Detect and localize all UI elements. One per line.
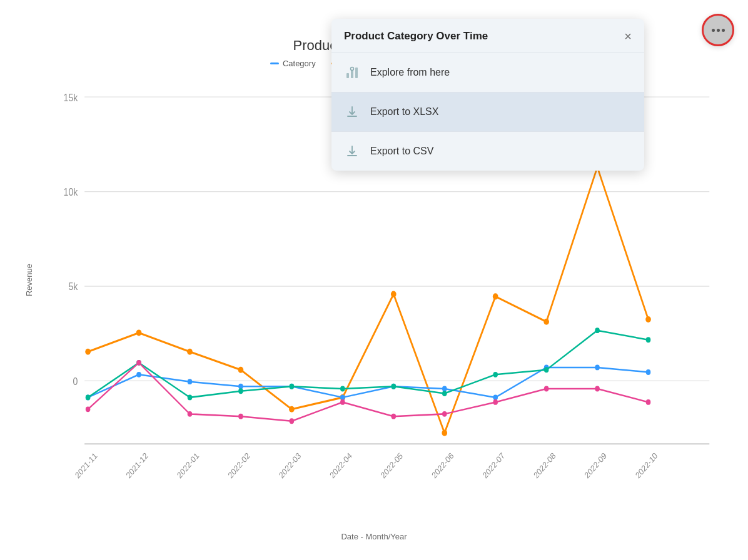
svg-point-54 [544, 367, 549, 372]
x-axis-label: Date - Month/Year [0, 532, 748, 541]
svg-point-34 [136, 372, 141, 378]
svg-point-44 [646, 369, 651, 375]
context-menu: Product Category Over Time × Explore fro… [331, 19, 644, 171]
svg-point-25 [289, 406, 295, 412]
dropdown-header: Product Category Over Time × [331, 19, 644, 53]
svg-point-24 [238, 367, 244, 373]
svg-rect-71 [355, 68, 358, 78]
svg-point-41 [493, 394, 498, 400]
download-xlsx-icon [344, 104, 360, 120]
svg-point-67 [595, 386, 600, 392]
svg-rect-70 [351, 70, 353, 78]
download-csv-icon [344, 143, 360, 159]
y-axis-label: Revenue [24, 264, 34, 296]
svg-text:15k: 15k [64, 92, 78, 103]
svg-point-51 [391, 384, 396, 389]
svg-point-27 [391, 291, 397, 298]
svg-point-59 [188, 411, 193, 417]
svg-point-49 [290, 384, 295, 389]
svg-point-64 [442, 411, 447, 417]
more-options-button[interactable] [702, 14, 734, 46]
svg-point-38 [340, 394, 345, 400]
svg-point-47 [188, 394, 193, 400]
svg-point-22 [136, 329, 142, 336]
svg-text:2022-10: 2022-10 [634, 451, 659, 480]
svg-point-53 [493, 372, 498, 378]
svg-point-30 [543, 319, 549, 325]
svg-point-72 [351, 68, 354, 71]
explore-menu-item[interactable]: Explore from here [331, 53, 644, 92]
svg-point-43 [595, 365, 600, 371]
svg-point-21 [85, 349, 91, 355]
svg-text:10k: 10k [64, 186, 78, 198]
svg-point-23 [187, 349, 193, 355]
svg-point-66 [544, 386, 549, 392]
svg-text:2022-06: 2022-06 [430, 451, 455, 480]
svg-text:2022-07: 2022-07 [481, 451, 507, 480]
close-button[interactable]: × [624, 30, 632, 42]
svg-point-29 [493, 293, 498, 299]
svg-text:2022-08: 2022-08 [532, 451, 557, 480]
export-csv-label: Export to CSV [370, 146, 433, 157]
svg-text:2021-12: 2021-12 [124, 451, 150, 480]
svg-text:5k: 5k [68, 281, 78, 292]
more-dots-icon [712, 29, 725, 32]
svg-point-55 [595, 328, 600, 333]
chart-container: Revenue Product Category Over Time Categ… [0, 0, 748, 560]
svg-point-57 [86, 406, 91, 412]
svg-point-32 [645, 316, 651, 322]
svg-point-65 [493, 399, 498, 405]
svg-point-50 [340, 386, 345, 392]
svg-point-62 [340, 399, 345, 405]
svg-point-40 [442, 386, 447, 392]
svg-point-63 [391, 414, 396, 419]
svg-point-68 [646, 399, 651, 405]
svg-point-48 [238, 388, 243, 394]
svg-text:0: 0 [73, 376, 78, 387]
svg-point-36 [238, 384, 243, 389]
svg-point-60 [238, 414, 243, 419]
export-xlsx-label: Export to XLSX [370, 106, 438, 118]
export-csv-menu-item[interactable]: Export to CSV [331, 132, 644, 171]
svg-text:2022-03: 2022-03 [277, 451, 303, 480]
svg-point-35 [188, 379, 193, 384]
svg-point-28 [442, 430, 447, 436]
export-xlsx-menu-item[interactable]: Export to XLSX [331, 92, 644, 132]
svg-rect-69 [346, 73, 349, 78]
svg-point-52 [442, 391, 447, 396]
svg-point-45 [86, 394, 91, 400]
svg-point-58 [136, 360, 141, 366]
svg-text:2022-05: 2022-05 [379, 451, 405, 480]
svg-point-56 [646, 337, 651, 342]
svg-text:2022-02: 2022-02 [226, 451, 252, 480]
svg-text:2022-01: 2022-01 [175, 451, 201, 480]
legend-item-category: Category [270, 59, 316, 68]
svg-text:2021-11: 2021-11 [73, 451, 99, 480]
dropdown-title: Product Category Over Time [344, 30, 488, 42]
chart-icon [344, 64, 360, 81]
explore-label: Explore from here [370, 67, 450, 78]
svg-text:2022-04: 2022-04 [328, 451, 354, 480]
svg-text:2022-09: 2022-09 [583, 451, 609, 480]
svg-point-61 [290, 418, 295, 424]
